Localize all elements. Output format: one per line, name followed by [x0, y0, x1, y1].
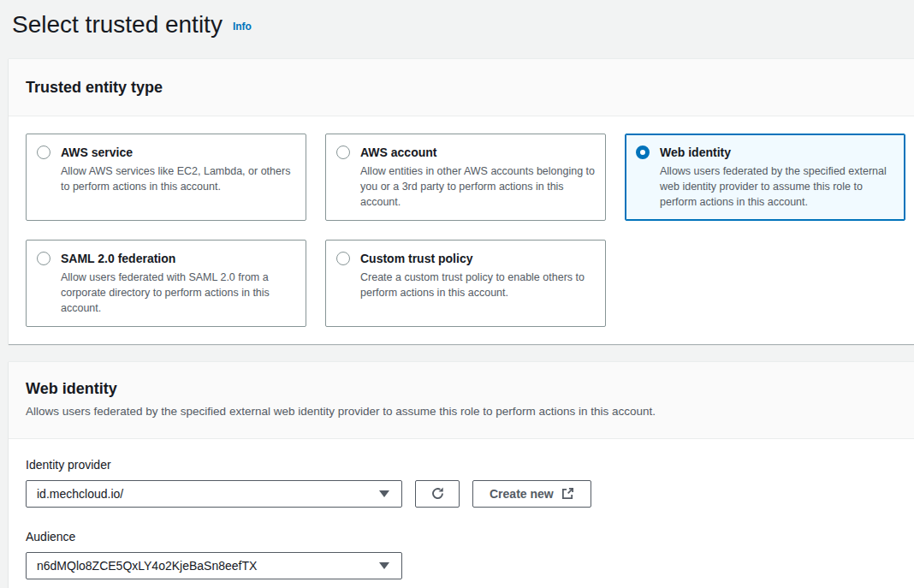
page-header: Select trusted entity Info	[0, 0, 914, 39]
identity-provider-label: Identity provider	[26, 456, 897, 473]
tile-aws-service[interactable]: AWS service Allow AWS services like EC2,…	[26, 134, 306, 221]
chevron-down-icon	[379, 490, 389, 497]
create-new-label: Create new	[490, 487, 554, 501]
audience-select[interactable]: n6dMQlo8ZCE5QxLY4o2KjeBaSn8eefTX	[26, 552, 402, 579]
radio-aws-account[interactable]	[336, 146, 350, 159]
tile-description: Allows users federated by the specified …	[660, 163, 894, 210]
trusted-entity-type-header: Trusted entity type	[9, 59, 914, 116]
tile-custom-trust-policy-text: Custom trust policy Create a custom trus…	[360, 250, 595, 317]
tile-title: Web identity	[660, 144, 894, 161]
web-identity-description: Allows users federated by the specified …	[26, 403, 897, 419]
audience-value: n6dMQlo8ZCE5QxLY4o2KjeBaSn8eefTX	[37, 559, 257, 573]
tile-web-identity[interactable]: Web identity Allows users federated by t…	[625, 134, 905, 221]
audience-field: Audience n6dMQlo8ZCE5QxLY4o2KjeBaSn8eefT…	[26, 528, 897, 579]
audience-label: Audience	[26, 528, 897, 545]
web-identity-card: Web identity Allows users federated by t…	[9, 361, 914, 588]
identity-provider-field: Identity provider id.mechcloud.io/ Creat…	[26, 456, 897, 508]
radio-aws-service[interactable]	[37, 146, 50, 159]
radio-custom-trust-policy[interactable]	[336, 252, 350, 265]
tile-title: AWS account	[360, 144, 595, 161]
identity-provider-select[interactable]: id.mechcloud.io/	[26, 480, 402, 508]
web-identity-body: Identity provider id.mechcloud.io/ Creat…	[9, 439, 914, 588]
tile-description: Allow users federated with SAML 2.0 from…	[61, 270, 295, 316]
tile-aws-account[interactable]: AWS account Allow entities in other AWS …	[325, 134, 606, 221]
tile-saml-federation[interactable]: SAML 2.0 federation Allow users federate…	[26, 240, 306, 327]
tile-saml-federation-text: SAML 2.0 federation Allow users federate…	[61, 250, 295, 317]
tile-title: AWS service	[61, 144, 295, 161]
create-new-button[interactable]: Create new	[472, 480, 591, 508]
tile-title: Custom trust policy	[360, 250, 595, 267]
tile-web-identity-text: Web identity Allows users federated by t…	[660, 144, 894, 211]
tile-description: Allow AWS services like EC2, Lambda, or …	[61, 163, 295, 194]
tile-description: Create a custom trust policy to enable o…	[360, 270, 595, 300]
radio-saml-federation[interactable]	[37, 252, 50, 265]
tile-description: Allow entities in other AWS accounts bel…	[360, 163, 595, 210]
trusted-entity-type-heading: Trusted entity type	[26, 78, 897, 97]
web-identity-heading: Web identity	[26, 379, 897, 398]
web-identity-header: Web identity Allows users federated by t…	[9, 362, 914, 439]
trusted-entity-type-body: AWS service Allow AWS services like EC2,…	[9, 116, 914, 344]
trusted-entity-tiles: AWS service Allow AWS services like EC2,…	[26, 134, 897, 327]
tile-aws-service-text: AWS service Allow AWS services like EC2,…	[61, 144, 295, 211]
trusted-entity-type-card: Trusted entity type AWS service Allow AW…	[9, 58, 914, 344]
chevron-down-icon	[379, 562, 389, 569]
refresh-button[interactable]	[415, 480, 460, 508]
tile-aws-account-text: AWS account Allow entities in other AWS …	[360, 144, 595, 211]
tile-custom-trust-policy[interactable]: Custom trust policy Create a custom trus…	[325, 240, 606, 327]
identity-provider-value: id.mechcloud.io/	[37, 487, 123, 501]
radio-web-identity[interactable]	[636, 146, 650, 159]
tile-title: SAML 2.0 federation	[61, 250, 295, 267]
page-title: Select trusted entity	[12, 10, 223, 39]
external-link-icon	[561, 487, 574, 500]
info-link[interactable]: Info	[233, 21, 252, 33]
refresh-icon	[430, 486, 445, 501]
